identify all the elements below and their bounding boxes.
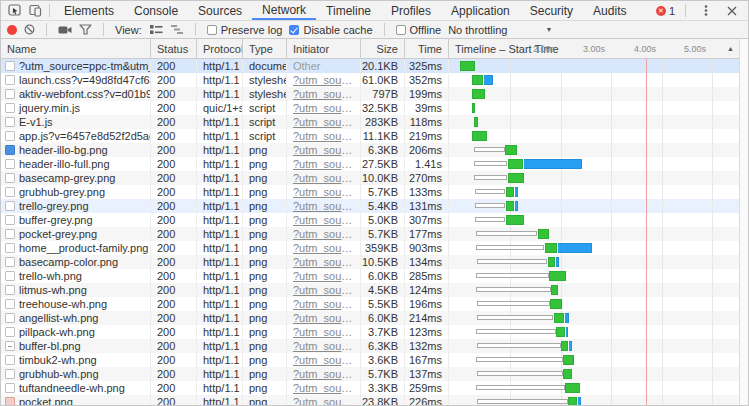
close-icon[interactable] (722, 2, 742, 19)
cell-protocol: http/1.1 (197, 395, 243, 405)
filmstrip-capture-icon[interactable] (58, 25, 72, 35)
cell-protocol: http/1.1 (197, 199, 243, 213)
cell-size: 797B (361, 87, 405, 101)
tab-timeline[interactable]: Timeline (316, 1, 381, 20)
initiator-link[interactable]: ?utm_source=ppc... (293, 354, 354, 366)
table-row[interactable]: litmus-wh.png200http/1.1png?utm_source=p… (1, 283, 748, 297)
disable-cache-checkbox[interactable]: Disable cache (289, 24, 372, 36)
inspect-element-icon[interactable] (5, 2, 25, 19)
initiator-link[interactable]: ?utm_source=ppc... (293, 326, 354, 338)
table-row[interactable]: basecamp-color.png200http/1.1png?utm_sou… (1, 255, 748, 269)
initiator-link[interactable]: ?utm_source=ppc... (293, 256, 354, 268)
table-row[interactable]: pocket.png200http/1.1png?utm_source=ppc.… (1, 395, 748, 405)
initiator-link[interactable]: ?utm_source=ppc... (293, 368, 354, 380)
initiator-link[interactable]: ?utm_source=ppc... (293, 88, 354, 100)
tab-elements[interactable]: Elements (54, 1, 124, 20)
initiator-link[interactable]: ?utm_source=ppc... (293, 130, 354, 142)
throttling-select[interactable]: No throttling ▼ (448, 24, 552, 36)
initiator-link[interactable]: ?utm_source=ppc... (293, 74, 354, 86)
table-row[interactable]: grubhub-wh.png200http/1.1png?utm_source=… (1, 367, 748, 381)
waterfall-green-bar (548, 257, 555, 267)
table-row[interactable]: angellist-wh.png200http/1.1png?utm_sourc… (1, 311, 748, 325)
cell-status: 200 (151, 311, 197, 325)
cell-initiator: ?utm_source=ppc... (287, 157, 361, 171)
initiator-link[interactable]: ?utm_source=ppc... (293, 144, 354, 156)
cell-protocol: http/1.1 (197, 143, 243, 157)
offline-checkbox[interactable]: Offline (396, 24, 442, 36)
table-row[interactable]: buffer-grey.png200http/1.1png?utm_source… (1, 213, 748, 227)
table-row[interactable]: pillpack-wh.png200http/1.1png?utm_source… (1, 325, 748, 339)
column-header-size[interactable]: Size (361, 39, 405, 58)
error-badge[interactable]: ✕ 1 (656, 5, 675, 17)
cell-name: pocket-grey.png (1, 227, 151, 241)
table-row[interactable]: trello-wh.png200http/1.1png?utm_source=p… (1, 269, 748, 283)
initiator-link[interactable]: ?utm_source=ppc... (293, 340, 354, 352)
initiator-link[interactable]: ?utm_source=ppc... (293, 158, 354, 170)
file-preview-icon (5, 201, 15, 211)
waterfall-waiting-bar (477, 259, 547, 264)
column-header-timeline[interactable]: Timeline – Start Time 2.00s3.00s4.00s5.0… (449, 39, 748, 58)
clear-button[interactable] (24, 24, 35, 35)
initiator-link[interactable]: ?utm_source=ppc... (293, 186, 354, 198)
vertical-scrollbar[interactable] (739, 39, 748, 405)
tab-audits[interactable]: Audits (583, 1, 636, 20)
table-row[interactable]: aktiv-webfont.css?v=d01b9a1ec347...200ht… (1, 87, 748, 101)
table-row[interactable]: timbuk2-wh.png200http/1.1png?utm_source=… (1, 353, 748, 367)
initiator-link[interactable]: ?utm_source=ppc... (293, 200, 354, 212)
column-header-initiator[interactable]: Initiator (287, 39, 361, 58)
column-header-protocol[interactable]: Protocol (197, 39, 243, 58)
table-row[interactable]: launch.css?v=49d8fd47cf63a07c986...200ht… (1, 73, 748, 87)
initiator-link[interactable]: ?utm_source=ppc... (293, 298, 354, 310)
table-row[interactable]: basecamp-grey.png200http/1.1png?utm_sour… (1, 171, 748, 185)
initiator-link[interactable]: ?utm_source=ppc... (293, 214, 354, 226)
table-row[interactable]: trello-grey.png200http/1.1png?utm_source… (1, 199, 748, 213)
view-list-icon[interactable] (149, 24, 163, 35)
initiator-link[interactable]: ?utm_source=ppc... (293, 312, 354, 324)
column-header-name[interactable]: Name (1, 39, 151, 58)
tab-application[interactable]: Application (441, 1, 520, 20)
cell-status: 200 (151, 269, 197, 283)
table-row[interactable]: buffer-bl.png200http/1.1png?utm_source=p… (1, 339, 748, 353)
cell-name: pillpack-wh.png (1, 325, 151, 339)
tab-profiles[interactable]: Profiles (381, 1, 441, 20)
tab-security[interactable]: Security (520, 1, 583, 20)
table-row[interactable]: ?utm_source=ppc-tm&utm_medium...200http/… (1, 59, 748, 73)
initiator-link[interactable]: ?utm_source=ppc... (293, 284, 354, 296)
initiator-link[interactable]: ?utm_source=ppc... (293, 270, 354, 282)
initiator-link[interactable]: ?utm_source=ppc... (293, 116, 354, 128)
tab-console[interactable]: Console (124, 1, 188, 20)
filter-icon[interactable] (79, 24, 92, 35)
initiator-link[interactable]: ?utm_source=ppc... (293, 242, 354, 254)
kebab-menu-icon[interactable] (696, 2, 716, 19)
table-row[interactable]: treehouse-wh.png200http/1.1png?utm_sourc… (1, 297, 748, 311)
initiator-link[interactable]: ?utm_source=ppc... (293, 172, 354, 184)
initiator-link[interactable]: ?utm_source=ppc... (293, 396, 354, 405)
device-toolbar-icon[interactable] (25, 2, 45, 19)
table-row[interactable]: header-illo-bg.png200http/1.1png?utm_sou… (1, 143, 748, 157)
initiator-link[interactable]: ?utm_source=ppc... (293, 382, 354, 394)
column-header-type[interactable]: Type (243, 39, 287, 58)
request-name: ?utm_source=ppc-tm&utm_medium... (19, 60, 151, 72)
initiator-link[interactable]: ?utm_source=ppc... (293, 102, 354, 114)
tab-network[interactable]: Network (252, 1, 316, 20)
table-row[interactable]: E-v1.js200http/1.1script?utm_source=ppc.… (1, 115, 748, 129)
table-row[interactable]: home__product-family.png200http/1.1png?u… (1, 241, 748, 255)
view-waterfall-icon[interactable] (170, 24, 184, 35)
preserve-log-checkbox[interactable]: Preserve log (207, 24, 283, 36)
column-header-status[interactable]: Status (151, 39, 197, 58)
table-row[interactable]: header-illo-full.png200http/1.1png?utm_s… (1, 157, 748, 171)
record-button[interactable] (7, 25, 17, 35)
request-name: buffer-grey.png (19, 214, 93, 226)
table-row[interactable]: jquery.min.js200quic/1+s...script?utm_so… (1, 101, 748, 115)
initiator-link[interactable]: ?utm_source=ppc... (293, 228, 354, 240)
cell-timeline (449, 213, 748, 227)
sort-ascending-icon[interactable]: ▲ (727, 39, 734, 58)
table-row[interactable]: app.js?v=6457e8d52f2d5ad25bb10c...200htt… (1, 129, 748, 143)
table-row[interactable]: pocket-grey.png200http/1.1png?utm_source… (1, 227, 748, 241)
column-header-time[interactable]: Time (405, 39, 449, 58)
cell-time: 196ms (405, 297, 449, 311)
cell-name: app.js?v=6457e8d52f2d5ad25bb10c... (1, 129, 151, 143)
tab-sources[interactable]: Sources (188, 1, 252, 20)
table-row[interactable]: tuftandneedle-wh.png200http/1.1png?utm_s… (1, 381, 748, 395)
table-row[interactable]: grubhub-grey.png200http/1.1png?utm_sourc… (1, 185, 748, 199)
